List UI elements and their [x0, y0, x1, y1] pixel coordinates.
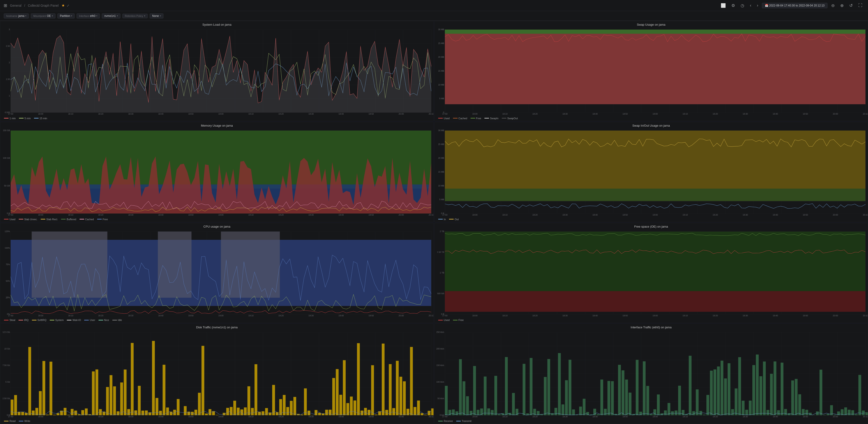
- chart-system-load: [0, 27, 434, 116]
- legend-slab-unrec: Slab Unrec.: [19, 218, 37, 221]
- panel-title-interface-traffic: Interface Traffic (eth0) on jama: [434, 324, 868, 330]
- legend-dot-out: [449, 219, 454, 220]
- legend-dot-slab-unrec: [19, 219, 23, 220]
- none-filter[interactable]: None ▾: [150, 13, 163, 19]
- mountpoint-value: OE: [47, 14, 51, 18]
- back-button[interactable]: ‹: [748, 2, 753, 9]
- legend-dot-system: [50, 320, 54, 321]
- canvas-disk-traffic[interactable]: [0, 330, 434, 419]
- refresh-button[interactable]: ↺: [847, 2, 855, 9]
- canvas-free-space[interactable]: [434, 229, 868, 318]
- mountpoint-filter[interactable]: Mountpoint OE ▾: [31, 13, 56, 19]
- legend-dot-cpu-user: [84, 320, 89, 321]
- legend-label-1min: 1 min: [9, 117, 16, 120]
- legend-swapout: SwapOut: [502, 117, 518, 120]
- legend-steal: Steal: [4, 319, 15, 321]
- legend-label-write: Write: [24, 420, 30, 422]
- canvas-memory-usage[interactable]: [0, 128, 434, 217]
- legend-swapin: SwapIn: [485, 117, 498, 120]
- legend-label-slab-unrec: Slab Unrec.: [24, 218, 37, 221]
- legend-label-free: Free: [476, 117, 482, 120]
- panel-system-load: System Load on jama 1 min 5 min 15 min: [0, 21, 434, 121]
- settings-button[interactable]: ⚙: [730, 2, 737, 9]
- legend-mem-free: Free: [97, 218, 108, 221]
- app-grid-icon[interactable]: ⊞: [4, 3, 7, 8]
- legend-dot-free: [470, 118, 475, 119]
- legend-label-read: Read: [9, 420, 16, 422]
- legend-swap-usage: Used Cached Free SwapIn SwapOut: [434, 116, 868, 121]
- legend-dot-fs-used: [438, 320, 443, 321]
- legend-mem-used: Used: [4, 218, 16, 221]
- nvme-value: nvme1n1: [104, 14, 116, 18]
- legend-dot-5min: [19, 118, 24, 119]
- share-icon[interactable]: ⤢: [67, 4, 69, 7]
- legend-dot-mem-cached: [80, 219, 84, 220]
- legend-label-receive: Receive: [444, 420, 453, 422]
- legend-dot-swapin: [485, 118, 489, 119]
- zoom-in-button[interactable]: ⊕: [838, 2, 845, 9]
- legend-cpu-usage: Steal IRQ SoftIRQ System Wait-IO User: [0, 318, 434, 323]
- legend-disk-traffic: Read Write: [0, 419, 434, 424]
- graph-view-button[interactable]: ⬜: [719, 2, 727, 9]
- legend-label-system: System: [55, 319, 64, 321]
- legend-free: Free: [470, 117, 482, 120]
- legend-label-idle: Idle: [118, 319, 122, 321]
- legend-label-waitio: Wait-IO: [72, 319, 81, 321]
- canvas-swap-inout[interactable]: [434, 128, 868, 217]
- canvas-system-load[interactable]: [0, 27, 434, 116]
- panel-title-free-space: Free space (OE) on jama: [434, 223, 868, 229]
- forward-button[interactable]: ›: [755, 2, 760, 9]
- nvme-filter[interactable]: nvme1n1 ▾: [102, 13, 120, 19]
- panel-title-swap-usage: Swap Usage on jama: [434, 21, 868, 27]
- legend-free-space: Used Free: [434, 318, 868, 323]
- legend-system-load: 1 min 5 min 15 min: [0, 116, 434, 121]
- canvas-interface-traffic[interactable]: [434, 330, 868, 419]
- clock-icon[interactable]: ◷: [739, 2, 746, 9]
- legend-dot-mem-free: [97, 219, 102, 220]
- legend-in: In: [438, 218, 446, 221]
- legend-label-used: Used: [444, 117, 450, 120]
- legend-dot-15min: [34, 118, 39, 119]
- partition-filter[interactable]: Partition ▾: [57, 13, 75, 19]
- breadcrumb-area: ⊞ General / Collectd Graph Panel ★ ⤢: [4, 3, 717, 8]
- interface-filter[interactable]: Interface eth0 ▾: [76, 13, 100, 19]
- retention-filter[interactable]: Retention Policy ▾: [122, 13, 148, 18]
- legend-cached: Cached: [453, 117, 467, 120]
- legend-label-nice: Nice: [104, 319, 109, 321]
- chart-disk-traffic: [0, 330, 434, 419]
- hostname-filter[interactable]: hostname jama ▾: [4, 13, 29, 19]
- favorite-icon[interactable]: ★: [62, 3, 65, 8]
- chart-swap-usage: [434, 27, 868, 116]
- legend-receive: Receive: [438, 420, 453, 422]
- hostname-value: jama: [18, 14, 24, 18]
- interface-value: eth0: [90, 14, 95, 18]
- panel-title-cpu-usage: CPU usage on jama: [0, 223, 434, 229]
- time-range-picker[interactable]: 📅 2022-08-04 17:40:30 to 2022-08-04 20:1…: [762, 3, 828, 8]
- legend-label-cpu-user: User: [90, 319, 95, 321]
- legend-label-mem-free: Free: [103, 218, 108, 221]
- legend-write: Write: [19, 420, 30, 422]
- legend-fs-used: Used: [438, 319, 450, 321]
- kiosk-button[interactable]: ⛶: [857, 2, 864, 9]
- legend-nice: Nice: [98, 319, 109, 321]
- legend-out: Out: [449, 218, 459, 221]
- legend-dot-cached: [453, 118, 458, 119]
- canvas-cpu-usage[interactable]: [0, 229, 434, 318]
- time-range-value: 2022-08-04 17:40:30 to 2022-08-04 20:12:…: [769, 4, 825, 7]
- legend-memory-usage: Used Slab Unrec. Slab Recl. Buffered Cac…: [0, 217, 434, 222]
- legend-dot-softirq: [32, 320, 36, 321]
- panel-free-space: Free space (OE) on jama Used Free: [434, 223, 868, 323]
- legend-label-5min: 5 min: [25, 117, 31, 120]
- chart-memory-usage: [0, 128, 434, 217]
- legend-irq: IRQ: [19, 319, 29, 321]
- legend-label-cached: Cached: [459, 117, 467, 120]
- legend-system: System: [50, 319, 64, 321]
- panel-title-memory-usage: Memory Usage on jama: [0, 122, 434, 128]
- zoom-out-button[interactable]: ⊖: [829, 2, 837, 9]
- legend-dot-irq: [19, 320, 23, 321]
- legend-label-steal: Steal: [9, 319, 15, 321]
- breadcrumb: General / Collectd Graph Panel: [9, 4, 60, 7]
- legend-slab-recl: Slab Recl.: [41, 218, 58, 221]
- canvas-swap-usage[interactable]: [434, 27, 868, 116]
- panel-disk-traffic: Disk Traffic (nvme1n1) on jama Read Writ…: [0, 324, 434, 424]
